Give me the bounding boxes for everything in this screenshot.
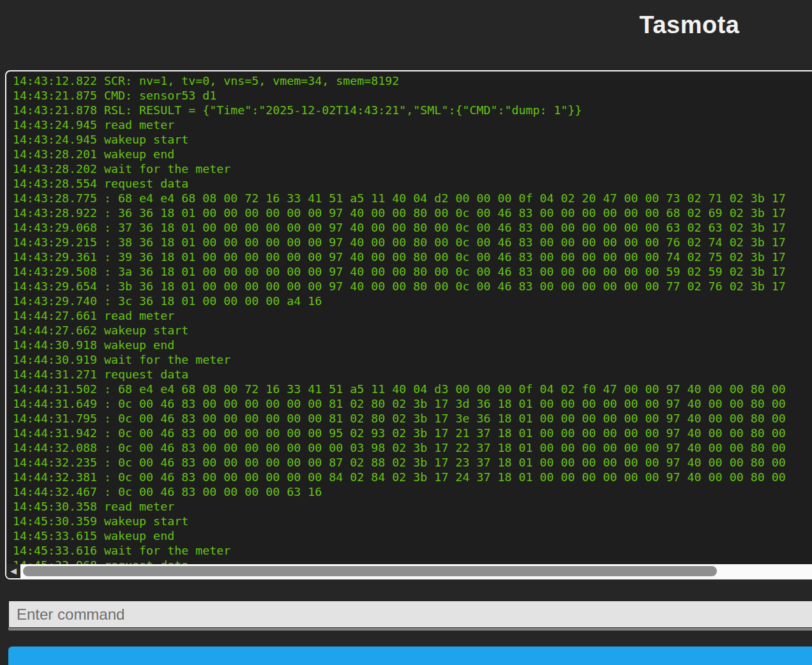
page-title: Tasmota xyxy=(0,0,812,40)
console-log[interactable]: 14:43:12.822 SCR: nv=1, tv=0, vns=5, vme… xyxy=(6,71,812,564)
scrollbar-thumb[interactable] xyxy=(23,566,717,576)
scrollbar-track[interactable] xyxy=(20,564,812,578)
tools-button[interactable]: Tools xyxy=(8,646,812,665)
header: Tasmota xyxy=(0,0,812,40)
scroll-left-icon: ◀ xyxy=(10,564,17,578)
command-input[interactable] xyxy=(8,601,812,628)
scroll-left-button[interactable]: ◀ xyxy=(6,564,20,578)
console-horizontal-scrollbar[interactable]: ◀ xyxy=(6,564,812,578)
page: Tasmota 14:43:12.822 SCR: nv=1, tv=0, vn… xyxy=(0,0,812,665)
console-box: 14:43:12.822 SCR: nv=1, tv=0, vns=5, vme… xyxy=(5,70,812,579)
